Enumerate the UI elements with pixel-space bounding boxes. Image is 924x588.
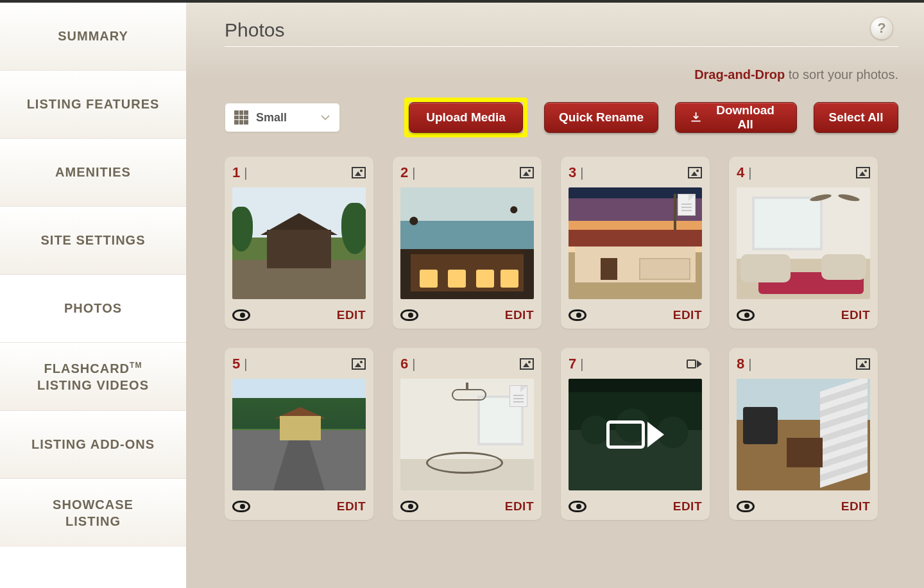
chevron-down-icon — [320, 112, 330, 123]
photo-card[interactable]: 7 | EDIT — [561, 348, 710, 520]
thumbnail[interactable] — [569, 379, 702, 490]
download-label: Download All — [708, 103, 782, 132]
sidebar-label: SITE SETTINGS — [40, 233, 145, 248]
edit-button[interactable]: EDIT — [337, 308, 366, 322]
image-icon — [520, 167, 534, 178]
photo-card[interactable]: 4 | EDIT — [729, 157, 878, 329]
visibility-toggle-icon[interactable] — [400, 309, 418, 321]
card-header: 6 | — [400, 356, 534, 372]
card-number: 6 — [400, 356, 408, 372]
sidebar-label: SUMMARY — [58, 29, 128, 44]
photo-card[interactable]: 1 | EDIT — [225, 157, 373, 329]
upload-highlight: Upload Media — [404, 98, 527, 137]
card-pipe: | — [748, 357, 751, 372]
flashcard-line1: FLASHCARD — [44, 361, 130, 376]
card-number: 3 — [569, 164, 576, 181]
edit-button[interactable]: EDIT — [673, 499, 702, 514]
flashcard-line2: LISTING VIDEOS — [37, 377, 149, 393]
edit-button[interactable]: EDIT — [337, 499, 366, 514]
select-label: Select All — [829, 110, 884, 125]
sidebar-item-listing-addons[interactable]: LISTING ADD-ONS — [0, 411, 186, 479]
toolbar: Small Upload Media Quick Rename Download… — [225, 98, 898, 137]
size-label: Small — [256, 111, 312, 125]
card-footer: EDIT — [400, 308, 534, 322]
page-title: Photos — [225, 19, 898, 41]
layout: SUMMARY LISTING FEATURES AMENITIES SITE … — [0, 3, 924, 588]
play-overlay-icon — [569, 379, 702, 490]
sidebar-item-site-settings[interactable]: SITE SETTINGS — [0, 207, 186, 275]
card-footer: EDIT — [569, 499, 702, 514]
sidebar: SUMMARY LISTING FEATURES AMENITIES SITE … — [0, 3, 186, 588]
photo-card[interactable]: 2 | EDIT — [393, 157, 542, 329]
thumbnail[interactable] — [737, 379, 870, 490]
photo-card[interactable]: 8 | EDIT — [729, 348, 878, 520]
card-footer: EDIT — [232, 499, 366, 514]
card-pipe: | — [244, 357, 247, 372]
card-header: 7 | — [569, 356, 702, 372]
card-pipe: | — [748, 166, 751, 180]
help-icon[interactable]: ? — [870, 17, 893, 40]
visibility-toggle-icon[interactable] — [569, 501, 586, 512]
rename-label: Quick Rename — [559, 110, 644, 125]
trademark-icon: TM — [130, 361, 142, 370]
card-pipe: | — [412, 166, 415, 180]
thumbnail[interactable] — [232, 187, 366, 299]
card-header: 4 | — [737, 164, 870, 181]
edit-button[interactable]: EDIT — [841, 308, 870, 322]
photo-card[interactable]: 3 | EDIT — [561, 157, 710, 329]
sidebar-label: SHOWCASE LISTING — [53, 496, 133, 530]
thumbnail-size-select[interactable]: Small — [225, 103, 340, 132]
card-header: 5 | — [232, 356, 366, 372]
edit-button[interactable]: EDIT — [505, 308, 534, 322]
visibility-toggle-icon[interactable] — [737, 309, 755, 321]
edit-button[interactable]: EDIT — [841, 499, 870, 514]
edit-button[interactable]: EDIT — [505, 499, 534, 514]
visibility-toggle-icon[interactable] — [400, 501, 418, 512]
card-header: 3 | — [569, 164, 702, 181]
image-icon — [520, 358, 534, 370]
card-number: 4 — [737, 164, 744, 181]
showcase-line2: LISTING — [53, 513, 133, 530]
photo-card[interactable]: 5 | EDIT — [225, 348, 373, 520]
visibility-toggle-icon[interactable] — [737, 501, 755, 512]
card-number: 1 — [232, 164, 240, 181]
sidebar-item-amenities[interactable]: AMENITIES — [0, 139, 186, 207]
image-icon — [688, 167, 702, 178]
thumbnail[interactable] — [569, 187, 702, 299]
thumbnail[interactable] — [737, 187, 870, 299]
photo-card[interactable]: 6 | EDIT — [393, 348, 542, 520]
select-all-button[interactable]: Select All — [814, 102, 898, 133]
sidebar-item-flashcard-videos[interactable]: FLASHCARDTM LISTING VIDEOS — [0, 343, 186, 411]
photo-grid: 1 | EDIT 2 | — [225, 157, 898, 520]
drag-hint-rest: to sort your photos. — [785, 67, 898, 82]
sidebar-item-photos[interactable]: PHOTOS — [0, 275, 186, 343]
thumbnail[interactable] — [400, 379, 534, 490]
sidebar-label: PHOTOS — [64, 301, 122, 316]
edit-button[interactable]: EDIT — [673, 308, 702, 322]
quick-rename-button[interactable]: Quick Rename — [544, 102, 658, 133]
visibility-toggle-icon[interactable] — [569, 309, 586, 321]
card-footer: EDIT — [400, 499, 534, 514]
sidebar-item-showcase-listing[interactable]: SHOWCASE LISTING — [0, 479, 186, 547]
visibility-toggle-icon[interactable] — [232, 309, 250, 321]
image-icon — [856, 167, 870, 178]
thumbnail[interactable] — [400, 187, 534, 299]
video-icon — [687, 358, 702, 370]
sidebar-item-summary[interactable]: SUMMARY — [0, 3, 186, 71]
visibility-toggle-icon[interactable] — [232, 501, 250, 512]
card-number: 2 — [400, 164, 408, 181]
card-pipe: | — [244, 166, 247, 180]
card-pipe: | — [412, 357, 415, 372]
card-number: 5 — [232, 356, 240, 372]
upload-media-button[interactable]: Upload Media — [409, 102, 523, 133]
title-rule — [225, 46, 898, 47]
sidebar-label: LISTING FEATURES — [27, 97, 160, 112]
sidebar-label: FLASHCARDTM LISTING VIDEOS — [37, 360, 149, 393]
card-footer: EDIT — [737, 308, 870, 322]
download-all-button[interactable]: Download All — [675, 102, 797, 133]
image-icon — [856, 358, 870, 370]
sidebar-label: AMENITIES — [55, 165, 131, 180]
card-number: 7 — [569, 356, 576, 372]
sidebar-item-listing-features[interactable]: LISTING FEATURES — [0, 71, 186, 139]
thumbnail[interactable] — [232, 379, 366, 490]
